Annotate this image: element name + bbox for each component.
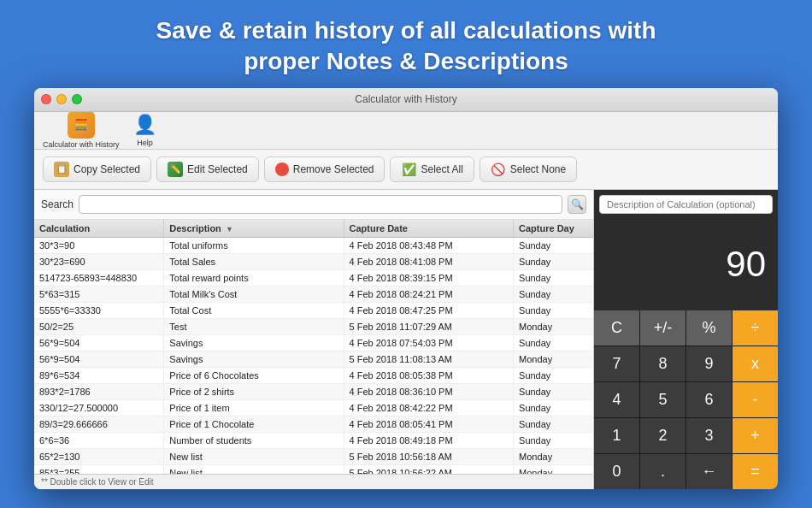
header-capture-date[interactable]: Capture Date <box>344 220 514 238</box>
table-row[interactable]: 514723-65893=448830 Total reward points … <box>34 269 593 286</box>
header-calculation[interactable]: Calculation <box>34 220 164 238</box>
copy-selected-button[interactable]: 📋 Copy Selected <box>43 157 151 182</box>
cell-day: Sunday <box>514 334 593 351</box>
calc-btn-1[interactable]: 1 <box>594 418 639 453</box>
edit-selected-button[interactable]: ✏️ Edit Selected <box>156 157 259 182</box>
select-all-label: Select All <box>421 163 462 175</box>
cell-calc: 50/2=25 <box>34 318 164 334</box>
edit-icon: ✏️ <box>168 162 183 177</box>
cell-calc: 330/12=27.500000 <box>34 399 164 416</box>
cell-day: Sunday <box>514 432 593 448</box>
cell-date: 5 Feb 2018 10:56:22 AM <box>344 464 514 474</box>
cell-day: Monday <box>514 318 593 334</box>
table-row[interactable]: 893*2=1786 Price of 2 shirts 4 Feb 2018 … <box>34 383 593 399</box>
calc-btn-4[interactable]: 4 <box>594 382 639 417</box>
close-button[interactable] <box>41 94 51 104</box>
cell-calc: 893*2=1786 <box>34 383 164 399</box>
remove-selected-label: Remove Selected <box>293 163 374 175</box>
calc-btn-9[interactable]: 9 <box>686 346 732 381</box>
cell-day: Sunday <box>514 286 593 302</box>
app-name-label: Calculator with History <box>43 140 120 149</box>
calc-btn-x[interactable]: x <box>733 346 778 381</box>
history-table: Calculation Description ▼ Capture Date <box>34 220 593 474</box>
search-label: Search <box>41 198 74 210</box>
calc-btn-8[interactable]: 8 <box>640 346 685 381</box>
cell-desc: Total uniforms <box>164 237 344 253</box>
table-row[interactable]: 85*3=255 New list 5 Feb 2018 10:56:22 AM… <box>34 464 593 474</box>
calc-buttons: C+/-%÷789x456-123+0.←= <box>594 310 778 489</box>
calc-btn-C[interactable]: C <box>594 310 639 346</box>
calc-btn--[interactable]: % <box>686 310 732 346</box>
search-button[interactable]: 🔍 <box>568 195 586 214</box>
calc-btn--[interactable]: + <box>733 418 778 453</box>
help-icon-group[interactable]: 👤 Help <box>133 113 157 147</box>
calculator-panel: 90 C+/-%÷789x456-123+0.←= <box>594 190 778 489</box>
title-bar: Calculator with History <box>34 88 778 112</box>
table-row[interactable]: 5555*6=33330 Total Cost 4 Feb 2018 08:47… <box>34 302 593 318</box>
calc-btn-5[interactable]: 5 <box>640 382 685 417</box>
cell-day: Sunday <box>514 302 593 318</box>
cell-date: 4 Feb 2018 08:05:38 PM <box>344 367 514 383</box>
table-container[interactable]: Calculation Description ▼ Capture Date <box>34 220 593 474</box>
minimize-button[interactable] <box>56 94 67 104</box>
edit-selected-label: Edit Selected <box>187 163 248 175</box>
table-row[interactable]: 65*2=130 New list 5 Feb 2018 10:56:18 AM… <box>34 448 593 464</box>
table-row[interactable]: 89*6=534 Price of 6 Chocolates 4 Feb 201… <box>34 367 593 383</box>
cell-calc: 56*9=504 <box>34 334 164 351</box>
select-none-icon: 🚫 <box>491 162 506 177</box>
select-all-button[interactable]: ✅ Select All <box>390 157 474 182</box>
calc-btn-2[interactable]: 2 <box>640 418 685 453</box>
header-description[interactable]: Description ▼ <box>164 220 344 238</box>
calc-btn-7[interactable]: 7 <box>594 346 639 381</box>
table-row[interactable]: 89/3=29.666666 Price of 1 Chocolate 4 Fe… <box>34 416 593 432</box>
table-body: 30*3=90 Total uniforms 4 Feb 2018 08:43:… <box>34 237 593 474</box>
calc-btn--[interactable]: = <box>733 454 778 489</box>
calc-btn--[interactable]: ÷ <box>733 310 778 346</box>
cell-day: Monday <box>514 464 593 474</box>
left-panel: Search 🔍 Calculation Des <box>34 190 594 489</box>
table-row[interactable]: 5*63=315 Total Milk's Cost 4 Feb 2018 08… <box>34 286 593 302</box>
person-icon: 👤 <box>133 113 157 137</box>
table-row[interactable]: 6*6=36 Number of students 4 Feb 2018 08:… <box>34 432 593 448</box>
cell-calc: 56*9=504 <box>34 351 164 367</box>
cell-desc: Total Milk's Cost <box>164 286 344 302</box>
cell-desc: Price of 1 Chocolate <box>164 416 344 432</box>
maximize-button[interactable] <box>72 94 82 104</box>
table-row[interactable]: 56*9=504 Savings 4 Feb 2018 07:54:03 PM … <box>34 334 593 351</box>
app-icon-group: 🧮 Calculator with History <box>43 111 120 149</box>
calc-btn-0[interactable]: 0 <box>594 454 639 489</box>
cell-calc: 89/3=29.666666 <box>34 416 164 432</box>
calc-btn-6[interactable]: 6 <box>686 382 732 417</box>
table-row[interactable]: 30*3=90 Total uniforms 4 Feb 2018 08:43:… <box>34 237 593 253</box>
cell-calc: 85*3=255 <box>34 464 164 474</box>
calc-btn----[interactable]: +/- <box>640 310 685 346</box>
content-area: Search 🔍 Calculation Des <box>34 190 778 489</box>
search-input[interactable] <box>79 195 562 214</box>
calc-btn--[interactable]: . <box>640 454 685 489</box>
table-header-row: Calculation Description ▼ Capture Date <box>34 220 593 238</box>
table-row[interactable]: 56*9=504 Savings 5 Feb 2018 11:08:13 AM … <box>34 351 593 367</box>
cell-desc: Price of 2 shirts <box>164 383 344 399</box>
select-none-button[interactable]: 🚫 Select None <box>480 157 577 182</box>
cell-date: 5 Feb 2018 11:07:29 AM <box>344 318 514 334</box>
cell-date: 4 Feb 2018 08:39:15 PM <box>344 269 514 286</box>
sort-icon: ▼ <box>226 225 233 233</box>
cell-desc: Total reward points <box>164 269 344 286</box>
table-row[interactable]: 50/2=25 Test 5 Feb 2018 11:07:29 AM Mond… <box>34 318 593 334</box>
cell-calc: 65*2=130 <box>34 448 164 464</box>
cell-day: Sunday <box>514 416 593 432</box>
cell-day: Sunday <box>514 269 593 286</box>
cell-desc: Number of students <box>164 432 344 448</box>
remove-selected-button[interactable]: ⊖ Remove Selected <box>264 157 385 182</box>
table-row[interactable]: 330/12=27.500000 Price of 1 item 4 Feb 2… <box>34 399 593 416</box>
calc-btn--[interactable]: - <box>733 382 778 417</box>
cell-desc: Total Sales <box>164 253 344 269</box>
header-capture-day[interactable]: Capture Day <box>514 220 593 238</box>
cell-desc: New list <box>164 464 344 474</box>
calc-btn-3[interactable]: 3 <box>686 418 732 453</box>
calc-btn--[interactable]: ← <box>686 454 732 489</box>
remove-icon: ⊖ <box>275 162 289 176</box>
calc-description-input[interactable] <box>599 195 773 214</box>
cell-day: Sunday <box>514 253 593 269</box>
table-row[interactable]: 30*23=690 Total Sales 4 Feb 2018 08:41:0… <box>34 253 593 269</box>
